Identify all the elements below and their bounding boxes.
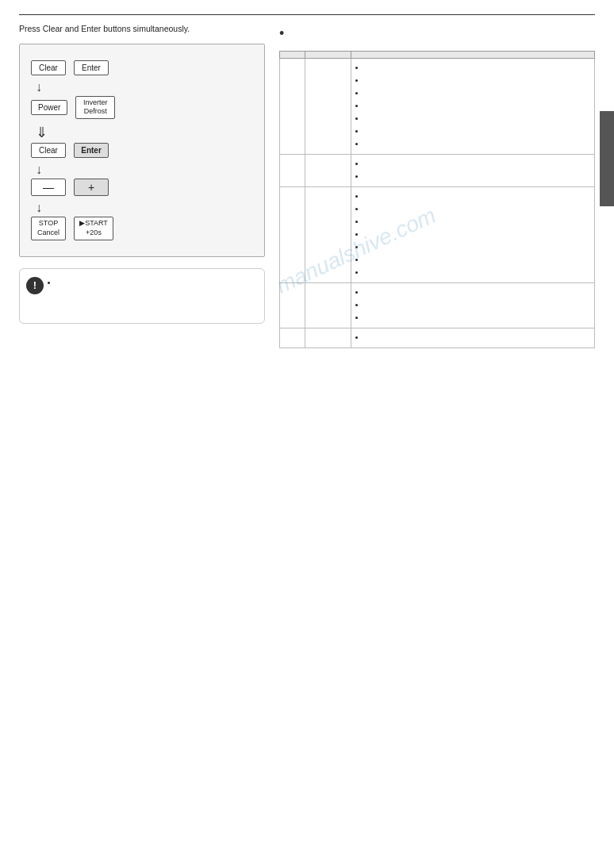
list-item — [366, 100, 589, 112]
minus-button[interactable]: — — [31, 179, 66, 196]
row-3-name — [305, 187, 351, 283]
side-tab — [600, 111, 614, 206]
inverter-defrost-button[interactable]: InverterDefrost — [75, 96, 115, 119]
row-5-desc — [351, 328, 595, 348]
right-panel: • — [279, 23, 595, 348]
ctrl-row-1: Clear Enter — [31, 60, 253, 75]
list-item — [366, 267, 589, 278]
note-icon: ! — [26, 277, 44, 294]
left-description: Press Clear and Enter buttons simultaneo… — [19, 23, 265, 36]
table-row — [280, 59, 595, 155]
note-box: ! — [19, 268, 265, 324]
list-item — [366, 299, 589, 311]
list-item — [366, 203, 589, 215]
row-4-num — [280, 283, 305, 328]
row-1-num — [280, 59, 305, 155]
enter-button-1[interactable]: Enter — [74, 60, 109, 75]
left-panel: Press Clear and Enter buttons simultaneo… — [19, 23, 265, 348]
ctrl-row-3: Clear Enter — [31, 143, 253, 158]
plus-button[interactable]: + — [74, 179, 109, 196]
info-table — [279, 51, 595, 348]
table-row — [280, 155, 595, 187]
row-2-num — [280, 155, 305, 187]
list-item — [366, 62, 589, 74]
list-item — [366, 171, 589, 182]
row-2-desc — [351, 155, 595, 187]
arrow-1: ↓ — [31, 80, 253, 94]
list-item — [366, 216, 589, 228]
col-header-num — [280, 52, 305, 59]
row-4-name — [305, 283, 351, 328]
row-4-desc — [351, 283, 595, 328]
right-description: • — [279, 23, 595, 44]
control-box: Clear Enter ↓ Power InverterDefrost ⇓ — [19, 44, 265, 257]
arrow-2: ↓ — [31, 163, 253, 177]
row-1-name — [305, 59, 351, 155]
enter-button-2[interactable]: Enter — [74, 143, 109, 158]
table-row — [280, 283, 595, 328]
note-bullet-1 — [58, 277, 255, 289]
list-item — [366, 254, 589, 266]
list-item — [366, 138, 589, 150]
power-button[interactable]: Power — [31, 100, 67, 115]
list-item — [366, 241, 589, 253]
double-arrow: ⇓ — [31, 124, 253, 141]
list-item — [366, 87, 589, 99]
ctrl-row-4: — + — [31, 179, 253, 196]
clear-button-1[interactable]: Clear — [31, 60, 66, 75]
list-item — [366, 113, 589, 125]
start-button[interactable]: ▶START+20s — [74, 217, 113, 240]
ctrl-row-5: STOPCancel ▶START+20s — [31, 217, 253, 240]
row-2-name — [305, 155, 351, 187]
top-rule — [19, 14, 595, 15]
ctrl-row-2: Power InverterDefrost — [31, 96, 253, 119]
arrow-3: ↓ — [31, 201, 253, 215]
list-item — [366, 75, 589, 86]
row-5-num — [280, 328, 305, 348]
stop-cancel-button[interactable]: STOPCancel — [31, 217, 66, 240]
list-item — [366, 125, 589, 137]
list-item — [366, 229, 589, 240]
col-header-name — [305, 52, 351, 59]
list-item — [366, 312, 589, 324]
row-1-desc — [351, 59, 595, 155]
table-row — [280, 328, 595, 348]
clear-button-2[interactable]: Clear — [31, 143, 66, 158]
row-3-num — [280, 187, 305, 283]
col-header-desc — [351, 52, 595, 59]
list-item — [366, 332, 589, 344]
table-row — [280, 187, 595, 283]
list-item — [366, 158, 589, 170]
list-item — [366, 190, 589, 202]
list-item — [366, 286, 589, 298]
row-3-desc — [351, 187, 595, 283]
row-5-name — [305, 328, 351, 348]
